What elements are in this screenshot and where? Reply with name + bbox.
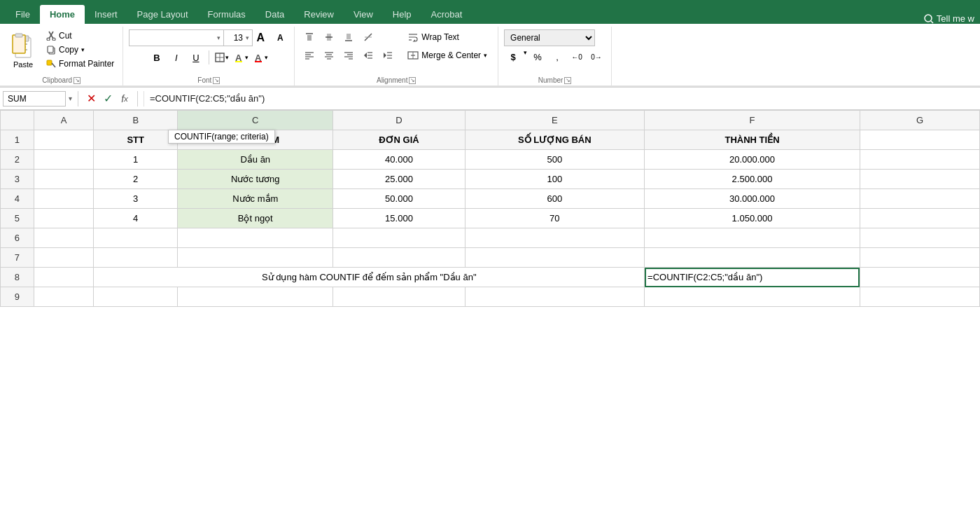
tab-acrobat[interactable]: Acrobat — [421, 5, 472, 24]
cell-a3[interactable] — [34, 170, 94, 189]
cell-c5[interactable]: Bột ngọt — [178, 209, 333, 228]
dollar-button[interactable]: $ — [504, 49, 522, 64]
cell-d2[interactable]: 40.000 — [333, 150, 465, 170]
format-painter-button[interactable]: Format Painter — [43, 57, 117, 70]
font-expand-icon[interactable]: ↘ — [213, 77, 220, 84]
border-button[interactable]: ▾ — [214, 49, 230, 66]
comma-button[interactable]: , — [548, 49, 566, 64]
cell-a2[interactable] — [34, 150, 94, 170]
border-dropdown[interactable]: ▾ — [225, 54, 229, 61]
cell-g4[interactable] — [860, 189, 979, 209]
cell-e2[interactable]: 500 — [465, 150, 645, 170]
underline-button[interactable]: U — [188, 49, 204, 66]
indent-decrease-button[interactable] — [359, 48, 377, 63]
name-box[interactable] — [3, 91, 66, 107]
cell-e9[interactable] — [465, 287, 645, 307]
cell-e4[interactable]: 600 — [465, 189, 645, 209]
cell-f7[interactable] — [645, 248, 860, 268]
cell-d3[interactable]: 25.000 — [333, 170, 465, 189]
cell-f1[interactable]: THÀNH TIỀN — [645, 130, 860, 150]
cell-e5[interactable]: 70 — [465, 209, 645, 228]
tab-help[interactable]: Help — [383, 5, 421, 24]
copy-button[interactable]: Copy ▾ — [43, 43, 117, 56]
cell-g7[interactable] — [860, 248, 979, 268]
alignment-expand-icon[interactable]: ↘ — [409, 77, 416, 84]
tab-insert[interactable]: Insert — [85, 5, 127, 24]
confirm-button[interactable]: ✓ — [101, 92, 115, 106]
paste-button[interactable]: Paste — [6, 29, 41, 70]
cell-g5[interactable] — [860, 209, 979, 228]
cell-b2[interactable]: 1 — [94, 150, 178, 170]
cell-e3[interactable]: 100 — [465, 170, 645, 189]
align-right-button[interactable] — [340, 48, 358, 63]
fill-color-button[interactable]: A ▾ — [233, 49, 250, 66]
spreadsheet-container[interactable]: COUNTIF(range; criteria) A B C D E F G 1… — [0, 110, 980, 506]
cell-f4[interactable]: 30.000.000 — [645, 189, 860, 209]
cell-e7[interactable] — [465, 248, 645, 268]
tab-home[interactable]: Home — [40, 5, 85, 24]
cell-f3[interactable]: 2.500.000 — [645, 170, 860, 189]
text-angle-button[interactable] — [359, 29, 377, 45]
cell-f8[interactable]: =COUNTIF(C2:C5;"dầu ăn") — [645, 268, 860, 287]
num-dropdown-1[interactable]: ▾ — [524, 49, 527, 64]
align-top-button[interactable] — [300, 29, 318, 45]
formula-input[interactable] — [144, 91, 977, 107]
cell-c4[interactable]: Nước mắm — [178, 189, 333, 209]
col-header-a[interactable]: A — [34, 111, 94, 130]
cell-d9[interactable] — [333, 287, 465, 307]
clipboard-expand-icon[interactable]: ↘ — [74, 77, 80, 84]
cell-e6[interactable] — [465, 228, 645, 248]
cell-b6[interactable] — [94, 228, 178, 248]
indent-increase-button[interactable] — [379, 48, 397, 63]
align-center-button[interactable] — [320, 48, 338, 63]
decimal-increase-button[interactable]: ←0 — [568, 49, 586, 64]
tab-review[interactable]: Review — [294, 5, 344, 24]
cancel-button[interactable]: ✕ — [84, 92, 98, 106]
merge-center-button[interactable]: Merge & Center ▾ — [402, 48, 492, 63]
cell-a9[interactable] — [34, 287, 94, 307]
font-color-dropdown[interactable]: ▾ — [265, 54, 268, 61]
cell-e1[interactable]: SỐ LƯỢNG BÁN — [465, 130, 645, 150]
cell-b9[interactable] — [94, 287, 178, 307]
cell-c3[interactable]: Nước tương — [178, 170, 333, 189]
col-header-g[interactable]: G — [860, 111, 979, 130]
cell-a7[interactable] — [34, 248, 94, 268]
fill-color-dropdown[interactable]: ▾ — [245, 54, 248, 61]
cell-g1[interactable] — [860, 130, 979, 150]
font-name-dropdown[interactable]: ▾ — [217, 34, 220, 41]
cell-c7[interactable] — [178, 248, 333, 268]
cell-a4[interactable] — [34, 189, 94, 209]
tab-view[interactable]: View — [344, 5, 383, 24]
col-header-c[interactable]: C — [178, 111, 333, 130]
col-header-b[interactable]: B — [94, 111, 178, 130]
copy-dropdown[interactable]: ▾ — [81, 46, 85, 53]
number-format-select[interactable]: General — [504, 29, 595, 46]
cell-a5[interactable] — [34, 209, 94, 228]
cell-f9[interactable] — [645, 287, 860, 307]
align-left-button[interactable] — [300, 48, 318, 63]
tab-page-layout[interactable]: Page Layout — [127, 5, 198, 24]
col-header-f[interactable]: F — [645, 111, 860, 130]
align-bottom-button[interactable] — [340, 29, 358, 45]
cell-b4[interactable]: 3 — [94, 189, 178, 209]
cell-a1[interactable] — [34, 130, 94, 150]
font-name-input[interactable] — [129, 29, 227, 46]
cell-f6[interactable] — [645, 228, 860, 248]
col-header-e[interactable]: E — [465, 111, 645, 130]
cell-c9[interactable] — [178, 287, 333, 307]
cell-d1[interactable]: ĐƠN GIÁ — [333, 130, 465, 150]
cell-d6[interactable] — [333, 228, 465, 248]
cell-b7[interactable] — [94, 248, 178, 268]
font-increase-button[interactable]: A — [252, 29, 269, 46]
name-box-dropdown[interactable]: ▾ — [69, 95, 72, 102]
col-header-d[interactable]: D — [333, 111, 465, 130]
cell-c6[interactable] — [178, 228, 333, 248]
tell-me-box[interactable]: Tell me w — [924, 13, 974, 24]
font-color-button[interactable]: A ▾ — [253, 49, 270, 66]
cell-d4[interactable]: 50.000 — [333, 189, 465, 209]
cell-d5[interactable]: 15.000 — [333, 209, 465, 228]
cell-f2[interactable]: 20.000.000 — [645, 150, 860, 170]
cell-c2[interactable]: Dầu ăn — [178, 150, 333, 170]
cell-g3[interactable] — [860, 170, 979, 189]
cell-g6[interactable] — [860, 228, 979, 248]
